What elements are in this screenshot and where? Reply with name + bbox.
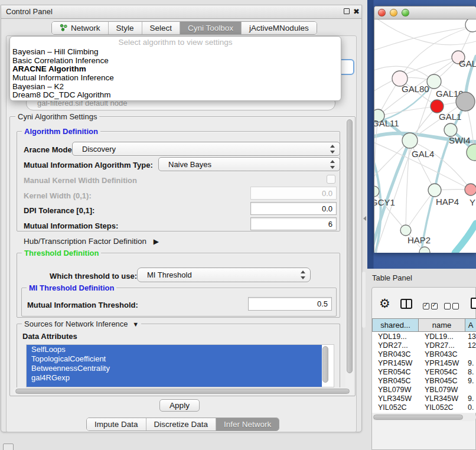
network-node-hap4[interactable]	[428, 184, 441, 197]
tab-label: Select	[150, 24, 172, 32]
hub-definition-label: Hub/Transcription Factor Definition	[24, 237, 146, 246]
attribute-item-partial[interactable]	[27, 383, 322, 387]
tab-jactivemnodules[interactable]: jActiveMNodules	[242, 22, 317, 34]
algorithm-option-mutual-information-inference[interactable]: Mutual Information Inference	[10, 74, 341, 83]
network-node-gal10[interactable]	[427, 74, 441, 89]
table-cell: YDL19...	[372, 332, 419, 341]
mi-steps-field[interactable]: 6	[250, 217, 337, 230]
column-header-name[interactable]: name	[419, 318, 465, 332]
table-horizontal-scrollbar[interactable]	[372, 413, 476, 421]
attribute-item-selfloops[interactable]: SelfLoops	[27, 345, 322, 354]
node-label: GAL	[459, 58, 476, 69]
table-cell: 0.	[465, 403, 476, 412]
network-node-hap2[interactable]	[400, 225, 411, 236]
node-label: GAL4	[412, 149, 434, 159]
select-all-checkboxes-icon[interactable]	[423, 301, 438, 312]
network-node[interactable]	[456, 92, 475, 111]
table-row[interactable]: YDL19...YDL19...13	[372, 332, 476, 341]
columns-icon[interactable]	[400, 299, 412, 309]
network-canvas[interactable]: GALGAL80GAL10GAL1GAL11SWI4GAL4GCY1HAP4YH…	[374, 19, 476, 253]
which-threshold-select[interactable]: MI Threshold	[137, 268, 311, 282]
table-row[interactable]: YPR145WYPR145W9.	[372, 358, 476, 367]
tab-label: Impute Data	[94, 420, 138, 429]
data-attributes-list[interactable]: SelfLoopsTopologicalCoefficientBetweenne…	[26, 344, 334, 387]
table-row[interactable]: YDR27...YDR27...12	[372, 341, 476, 350]
mi-threshold-field[interactable]: 0.5	[248, 297, 332, 311]
sources-title: Sources for Network Inference	[24, 319, 128, 328]
node-label: GAL11	[374, 118, 399, 128]
mi-type-select[interactable]: Naive Bayes	[158, 157, 340, 171]
algorithm-option-dream8-dc-tdc-algorithm[interactable]: Dream8 DC_TDC Algorithm	[10, 91, 341, 100]
expanded-arrow-icon[interactable]: ▼	[132, 321, 139, 328]
network-edge[interactable]	[374, 27, 472, 51]
network-edge[interactable]	[410, 141, 435, 190]
node-label: GCY1	[374, 197, 395, 207]
algorithm-option-basic-correlation-inference[interactable]: Basic Correlation Inference	[10, 57, 341, 66]
minimize-traffic-light-icon[interactable]	[390, 9, 397, 17]
algorithm-option-bayesian-hill-climbing[interactable]: Bayesian – Hill Climbing	[10, 48, 341, 57]
network-node-gal1[interactable]	[431, 100, 444, 113]
column-header-shared-name[interactable]: shared...	[372, 318, 419, 332]
tab-select[interactable]: Select	[142, 22, 181, 34]
node-label: GAL80	[402, 84, 429, 94]
zoom-traffic-light-icon[interactable]	[402, 9, 409, 17]
gear-icon[interactable]: ⚙	[379, 297, 390, 309]
table-cell: YDR27...	[372, 341, 419, 350]
attribute-item-betweennesscentrality[interactable]: BetweennessCentrality	[27, 364, 322, 373]
network-node-y[interactable]	[465, 184, 476, 195]
table-row[interactable]: YLR345WYLR345W9.	[372, 394, 476, 403]
splitter-collapse-icon[interactable]	[363, 216, 366, 221]
manual-kernel-checkbox[interactable]	[327, 175, 335, 184]
mi-threshold-label: Mutual Information Threshold:	[27, 301, 138, 309]
network-node-swi4[interactable]	[444, 123, 457, 136]
table-cell: YBL079W	[419, 385, 465, 394]
hub-definition-toggle[interactable]: Hub/Transcription Factor Definition ▶	[24, 237, 159, 246]
settings-horizontal-scrollbar[interactable]	[13, 387, 354, 395]
network-icon	[60, 24, 67, 33]
close-icon[interactable]: ✖	[353, 8, 360, 15]
splitter-handle[interactable]	[362, 272, 366, 328]
table-row[interactable]: YBR045CYBR045C9.	[372, 376, 476, 385]
table-row[interactable]: YBR043CYBR043C	[372, 350, 476, 358]
table-cell: 8.	[465, 367, 476, 376]
table-cell: YIL052C	[372, 403, 419, 412]
dpi-tolerance-field[interactable]: 0.0	[250, 202, 337, 215]
tab-impute-data[interactable]: Impute Data	[87, 418, 146, 431]
float-window-icon[interactable]	[344, 8, 350, 14]
table-cell	[465, 350, 476, 358]
aracne-mode-select[interactable]: Discovery	[72, 142, 340, 156]
attribute-item-gal4rgexp[interactable]: gal4RGexp	[27, 373, 322, 383]
algorithm-option-aracne-algorithm[interactable]: ARACNE Algorithm	[10, 65, 341, 74]
table-row[interactable]: YIL052CYIL052C0.	[372, 403, 476, 412]
sources-title-row[interactable]: Sources for Network Inference ▼	[22, 319, 141, 329]
deselect-all-checkboxes-icon[interactable]	[444, 301, 459, 312]
tab-infer-network[interactable]: Infer Network	[216, 418, 279, 431]
apply-button[interactable]: Apply	[159, 399, 200, 412]
tab-cyni-toolbox[interactable]: Cyni Toolbox	[180, 22, 242, 34]
tab-discretize-data[interactable]: Discretize Data	[146, 418, 217, 431]
network-edge[interactable]	[455, 223, 476, 253]
table-cell: 13	[465, 332, 476, 341]
new-file-icon[interactable]	[471, 298, 476, 309]
algorithm-option-bayesian-k2[interactable]: Bayesian – K2	[10, 83, 341, 92]
kernel-width-field[interactable]: 0.0	[250, 187, 337, 200]
network-node-gal4[interactable]	[402, 133, 418, 148]
node-label: SWI4	[449, 135, 471, 145]
control-panel-titlebar[interactable]: Control Panel	[1, 5, 361, 19]
table-row[interactable]: YER054CYER054C8.	[372, 367, 476, 376]
tab-style[interactable]: Style	[109, 22, 142, 34]
network-edge[interactable]	[378, 19, 476, 45]
collapsed-arrow-icon[interactable]: ▶	[154, 237, 159, 246]
attribute-item-topologicalcoefficient[interactable]: TopologicalCoefficient	[27, 354, 322, 364]
settings-vertical-scrollbar[interactable]	[345, 118, 354, 394]
network-node[interactable]	[465, 19, 476, 32]
dpi-tolerance-label: DPI Tolerance [0,1]:	[24, 206, 94, 215]
list-vertical-scrollbar[interactable]	[322, 346, 328, 383]
column-header-cut[interactable]: A	[465, 318, 476, 332]
table-cell: YPR145W	[419, 358, 465, 367]
close-traffic-light-icon[interactable]	[378, 9, 386, 17]
table-row[interactable]: YBL079WYBL079W	[372, 385, 476, 394]
tab-network[interactable]: Network	[52, 22, 109, 34]
docked-panel-icon[interactable]	[3, 444, 14, 450]
table-cell: YBR045C	[419, 376, 465, 385]
